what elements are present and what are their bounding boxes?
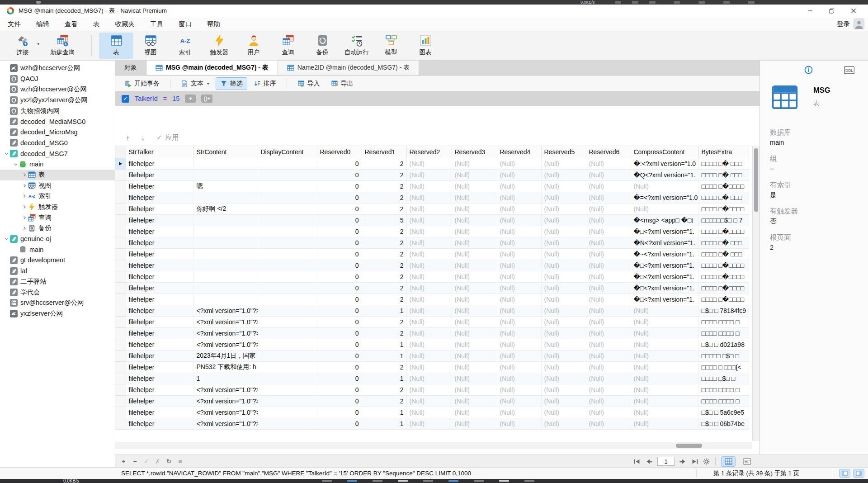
grid-cell[interactable]: �□<?xml version="1. (631, 260, 698, 271)
grid-cell[interactable]: □□□□□□$□ □ 7 (698, 214, 749, 226)
grid-row[interactable]: filehelper2023年4月1日，国家01(Null)(Null)(Nul… (115, 350, 749, 361)
grid-cell[interactable]: (Null) (631, 407, 698, 418)
grid-cell[interactable]: 0 (317, 158, 362, 169)
grid-cell[interactable]: �:<?xml version="1.0 (631, 158, 698, 169)
tree-item-genuine-oj[interactable]: genuine-oj (0, 234, 115, 245)
grid-cell[interactable]: (Null) (541, 339, 586, 350)
grid-cell[interactable]: �□<?xml version="1. (631, 226, 698, 237)
grid-cell[interactable]: 2 (362, 192, 406, 203)
grid-cell[interactable]: 1 (362, 373, 406, 384)
toolbar-chart-obj-button[interactable]: 图表 (408, 33, 443, 59)
grid-cell[interactable]: (Null) (586, 407, 631, 418)
grid-cell[interactable]: filehelper (126, 339, 193, 350)
grid-cell[interactable]: 0 (317, 271, 362, 282)
row-selector[interactable] (115, 237, 126, 248)
tree-item-decoded_MicroMsg[interactable]: decoded_MicroMsg (0, 127, 115, 138)
grid-cell[interactable]: 2 (362, 282, 406, 294)
grid-cell[interactable]: 0 (317, 305, 362, 316)
grid-cell[interactable]: 2 (362, 395, 406, 407)
tree-item-学代会[interactable]: 学代会 (0, 287, 115, 298)
grid-cell[interactable]: (Null) (586, 203, 631, 214)
grid-cell[interactable] (193, 169, 258, 180)
grid-cell[interactable]: 0 (317, 180, 362, 192)
grid-row[interactable]: filehelper<?xml version="1.0"?>02(Null)(… (115, 316, 749, 327)
grid-cell[interactable]: (Null) (452, 260, 497, 271)
grid-cell[interactable]: 你好啊 </2 (193, 203, 258, 214)
grid-cell[interactable]: PN532 下载和使用: h (193, 361, 258, 373)
row-selector[interactable] (115, 180, 126, 192)
grid-cell[interactable]: filehelper (126, 260, 193, 271)
grid-cell[interactable]: (Null) (406, 226, 452, 237)
grid-cell[interactable]: (Null) (406, 350, 452, 361)
grid-cell[interactable]: filehelper (126, 271, 193, 282)
grid-cell[interactable] (258, 294, 317, 305)
grid-cell[interactable]: filehelper (126, 203, 193, 214)
apply-changes-button[interactable]: ✓ (142, 458, 151, 465)
grid-cell[interactable]: 2 (362, 169, 406, 180)
column-header-BytesExtra[interactable]: BytesExtra (698, 146, 749, 158)
grid-row[interactable]: filehelper101(Null)(Null)(Null)(Null)(Nu… (115, 373, 749, 384)
grid-cell[interactable] (258, 373, 317, 384)
grid-cell[interactable]: filehelper (126, 192, 193, 203)
grid-cell[interactable]: □□□□ □�□□□□ (698, 294, 749, 305)
grid-cell[interactable]: □□□□ □�□□□□ (698, 180, 749, 192)
grid-cell[interactable]: filehelper (126, 373, 193, 384)
row-selector[interactable] (115, 327, 126, 339)
toggle-right-panel-button[interactable] (853, 469, 864, 478)
grid-cell[interactable]: (Null) (497, 407, 541, 418)
horizontal-scrollbar-thumb[interactable] (676, 444, 702, 448)
toolbar-backup-obj-button[interactable]: 备份 (305, 33, 340, 59)
grid-cell[interactable]: (Null) (497, 226, 541, 237)
grid-cell[interactable]: (Null) (406, 192, 452, 203)
toolbar-trigger-obj-button[interactable]: 触发器 (202, 33, 236, 59)
grid-cell[interactable]: (Null) (497, 158, 541, 169)
form-view-button[interactable] (740, 456, 754, 467)
grid-cell[interactable]: 0 (317, 395, 362, 407)
chevron-right-icon[interactable] (21, 172, 28, 178)
grid-cell[interactable]: (Null) (586, 214, 631, 226)
grid-cell[interactable]: filehelper (126, 169, 193, 180)
grid-cell[interactable]: (Null) (452, 169, 497, 180)
tree-item-yxzlserver公网[interactable]: yxzlserver公网 (0, 308, 115, 319)
grid-row[interactable]: filehelper<?xml version="1.0"?>02(Null)(… (115, 327, 749, 339)
grid-cell[interactable]: □$□ □ 5a6c9e5 (698, 407, 749, 418)
grid-cell[interactable]: (Null) (631, 384, 698, 395)
grid-cell[interactable]: (Null) (586, 192, 631, 203)
grid-cell[interactable]: □$□ □ 78184fc9 (698, 305, 749, 316)
grid-cell[interactable]: 2 (362, 384, 406, 395)
chevron-down-icon[interactable] (12, 161, 19, 167)
grid-cell[interactable]: (Null) (406, 271, 452, 282)
grid-cell[interactable]: 0 (317, 248, 362, 260)
grid-cell[interactable]: filehelper (126, 316, 193, 327)
grid-cell[interactable]: □□□□ □� □□□ (698, 158, 749, 169)
grid-cell[interactable]: (Null) (541, 373, 586, 384)
grid-cell[interactable]: 0 (317, 169, 362, 180)
toolbar-connection-button[interactable]: 连接▾ (5, 33, 40, 59)
chevron-down-icon[interactable] (3, 236, 10, 242)
grid-cell[interactable]: filehelper (126, 361, 193, 373)
grid-cell[interactable]: (Null) (452, 316, 497, 327)
grid-cell[interactable]: (Null) (586, 395, 631, 407)
grid-cell[interactable]: (Null) (631, 305, 698, 316)
grid-cell[interactable]: 2023年4月1日，国家 (193, 350, 258, 361)
menu-item-工具[interactable]: 工具 (142, 17, 171, 31)
grid-row[interactable]: filehelper<?xml version="1.0"?>01(Null)(… (115, 407, 749, 418)
grid-cell[interactable]: 0 (317, 260, 362, 271)
grid-cell[interactable]: □□□□ □� □□□ (698, 237, 749, 248)
column-header-DisplayContent[interactable]: DisplayContent (258, 146, 317, 158)
grid-cell[interactable] (258, 271, 317, 282)
column-header-StrTalker[interactable]: StrTalker (126, 146, 193, 158)
menu-item-文件[interactable]: 文件 (0, 17, 28, 31)
grid-cell[interactable]: 0 (317, 373, 362, 384)
grid-cell[interactable]: (Null) (497, 327, 541, 339)
grid-cell[interactable]: 2 (362, 203, 406, 214)
grid-cell[interactable] (193, 237, 258, 248)
row-selector[interactable] (115, 316, 126, 327)
grid-cell[interactable]: □□□□ □$□ □ (698, 373, 749, 384)
grid-cell[interactable] (193, 271, 258, 282)
funnel-button[interactable]: 筛选 (216, 77, 247, 90)
grid-cell[interactable]: □□□□ □�□□□□ (698, 271, 749, 282)
column-header-Reserved3[interactable]: Reserved3 (452, 146, 497, 158)
row-selector[interactable] (115, 158, 126, 169)
login-button[interactable]: 登录 (837, 20, 850, 28)
